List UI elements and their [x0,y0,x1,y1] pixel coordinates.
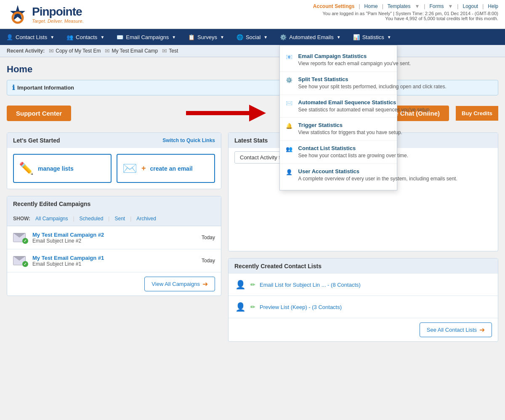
dropdown-user-account-stats[interactable]: 👤 User Account Statistics A complete ove… [280,164,397,187]
contact-list-stats-title: Contact List Statistics [298,145,408,151]
recent-campaigns-title: Recently Edited Campaigns [13,201,90,207]
dropdown-split-test-stats[interactable]: ⚙️ Split Test Statistics See how your sp… [280,72,397,95]
contact-lists-arrow: ▼ [50,35,54,40]
dropdown-contact-list-stats[interactable]: 👥 Contact List Statistics See how your c… [280,141,397,164]
nav-bar: 👤 Contact Lists ▼ 👥 Contacts ▼ ✉️ Email … [0,29,505,45]
campaign-1-name[interactable]: My Test Email Campaign #2 [32,232,104,238]
recent-contact-lists-card: Recently Created Contact Lists 👤 ✏ Email… [228,258,498,342]
recent-email-icon-2: ✉ [105,48,110,54]
buy-credits-button[interactable]: Buy Credits [456,106,498,121]
nav-surveys[interactable]: 📋 Surveys ▼ [182,29,230,45]
logo-icon [7,3,29,25]
forms-link[interactable]: Forms [429,3,444,9]
nav-contact-lists-label: Contact Lists [16,34,47,40]
automated-emails-icon: ⚙️ [279,33,287,41]
campaign-item-2: ✓ My Test Email Campaign #1 Email Subjec… [7,249,221,272]
app-tagline: Target. Deliver. Measure. [32,18,84,24]
create-email-label: create an email [150,165,193,172]
campaign-item-1: ✓ My Test Email Campaign #2 Email Subjec… [7,226,221,249]
trigger-stats-desc: View statistics for triggers that you ha… [298,129,402,136]
campaign-1-date: Today [202,235,215,240]
campaign-filter-bar: SHOW: All Campaigns | Scheduled | Sent |… [7,211,221,226]
create-email-button[interactable]: ✉️ + create an email [117,154,215,183]
getting-started-card: Let's Get Started Switch to Quick Links … [7,132,221,189]
account-settings-link[interactable]: Account Settings [313,3,355,9]
dropdown-automated-email-stats[interactable]: ✉️ Automated Email Sequence Statistics S… [280,95,397,118]
view-all-row: View All Campaigns ➜ [7,272,221,296]
contact-list-2-icon: 👤 [234,301,246,313]
see-all-contact-lists-button[interactable]: See All Contact Lists ➜ [420,322,492,337]
email-campaigns-icon: ✉️ [116,33,124,41]
recent-activity-label: Recent Activity: [7,48,45,54]
recent-campaigns-card: Recently Edited Campaigns SHOW: All Camp… [7,196,221,296]
logo-text-area: Pinpointe Target. Deliver. Measure. [32,5,84,24]
view-all-arrow-icon: ➜ [202,280,208,288]
nav-automated-emails[interactable]: ⚙️ Automated Emails ▼ [274,29,346,45]
trigger-stats-title: Trigger Statistics [298,122,402,128]
recent-email-icon-1: ✉ [49,48,54,54]
recent-item-3[interactable]: ✉ Test [162,48,178,54]
statistics-arrow: ▼ [387,35,391,40]
campaign-2-icon: ✓ [13,254,28,267]
view-all-campaigns-button[interactable]: View All Campaigns ➜ [144,277,215,291]
nav-social[interactable]: 🌐 Social ▼ [230,29,274,45]
top-right: Account Settings | Home | Templates ▼ | … [313,3,498,21]
email-campaigns-arrow: ▼ [172,35,176,40]
logo-area: Pinpointe Target. Deliver. Measure. [7,3,84,25]
help-link[interactable]: Help [488,3,498,9]
contact-list-item-2: 👤 ✏ Preview List (Keep) - (3 Contacts) [229,296,498,318]
page-title: Home [7,64,498,75]
recent-email-icon-3: ✉ [162,48,167,54]
split-test-stats-desc: See how your split tests performed, incl… [298,83,447,90]
contact-list-1-name[interactable]: Email List for Subject Lin ... - (8 Cont… [260,282,361,288]
dropdown-trigger-stats[interactable]: 🔔 Trigger Statistics View statistics for… [280,118,397,141]
social-icon: 🌐 [236,33,244,41]
nav-email-campaigns[interactable]: ✉️ Email Campaigns ▼ [110,29,182,45]
filter-scheduled[interactable]: Scheduled [78,215,105,222]
view-all-campaigns-label: View All Campaigns [152,281,200,287]
filter-sent[interactable]: Sent [113,215,127,222]
nav-social-label: Social [246,34,260,40]
create-email-icon: ✉️ [122,161,137,175]
campaign-1-icon: ✓ [13,231,28,244]
email-campaign-stats-icon: 📧 [286,54,294,62]
contact-list-2-name[interactable]: Preview List (Keep) - (3 Contacts) [260,304,342,310]
recent-item-1[interactable]: ✉ Copy of My Test Em [49,48,101,54]
home-link[interactable]: Home [364,3,378,9]
statistics-icon: 📊 [353,33,360,41]
main-two-col: Let's Get Started Switch to Quick Links … [7,132,498,342]
app-name: Pinpointe [32,5,84,18]
recent-item-2[interactable]: ✉ My Test Email Camp [105,48,158,54]
dropdown-email-campaign-stats[interactable]: 📧 Email Campaign Statistics View reports… [280,49,397,72]
contact-list-stats-icon: 👥 [286,146,294,154]
logout-link[interactable]: Logout [462,3,478,9]
recent-activity-bar: Recent Activity: ✉ Copy of My Test Em ✉ … [0,45,505,57]
split-test-stats-icon: ⚙️ [286,77,294,85]
getting-started-header: Let's Get Started Switch to Quick Links [7,133,221,148]
manage-lists-button[interactable]: ✏️ manage lists [13,154,112,183]
nav-statistics[interactable]: 📊 Statistics ▼ 📧 Email Campaign Statisti… [347,29,397,45]
nav-contacts[interactable]: 👥 Contacts ▼ [60,29,110,45]
contact-list-2-edit-icon: ✏ [250,304,255,310]
big-red-arrow-svg [182,100,266,126]
important-info-label: Important Information [17,85,74,91]
templates-link[interactable]: Templates [388,3,411,9]
see-all-row: See All Contact Lists ➜ [229,318,498,341]
nav-contact-lists[interactable]: 👤 Contact Lists ▼ [0,29,60,45]
switch-to-quick-links[interactable]: Switch to Quick Links [162,137,215,143]
campaign-2-name[interactable]: My Test Email Campaign #1 [32,255,104,261]
manage-lists-icon: ✏️ [19,161,34,175]
trigger-stats-icon: 🔔 [286,123,294,131]
surveys-icon: 📋 [188,33,195,41]
campaign-2-date: Today [202,258,215,264]
filter-archived[interactable]: Archived [135,215,158,222]
nav-surveys-label: Surveys [197,34,217,40]
quick-start-buttons: ✏️ manage lists ✉️ + create an email [13,154,215,183]
contacts-arrow: ▼ [100,35,104,40]
contact-list-stats-desc: See how your contact lists are growing o… [298,152,408,159]
filter-label: SHOW: [13,216,30,222]
campaign-2-info: My Test Email Campaign #1 Email Subject … [32,255,197,267]
filter-all-campaigns[interactable]: All Campaigns [34,215,69,222]
nav-statistics-label: Statistics [362,34,384,40]
support-center-button[interactable]: Support Center [7,106,71,121]
